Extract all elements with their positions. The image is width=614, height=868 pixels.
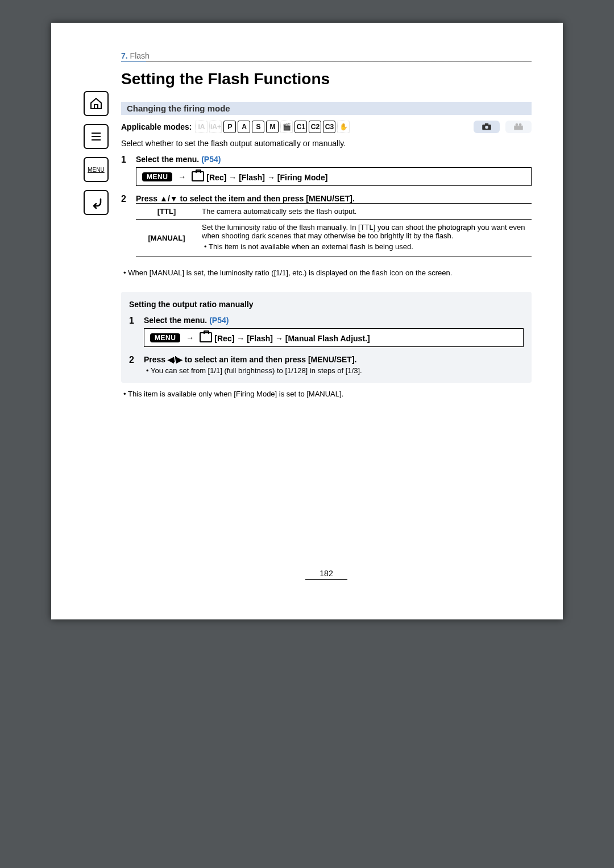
arrow-icon: → [186, 333, 194, 342]
applicable-modes-label: Applicable modes: [121, 122, 192, 131]
film-icon [513, 123, 524, 131]
menu-button-label: MENU [88, 167, 104, 173]
photo-pill [474, 121, 500, 133]
mode-box: S [252, 121, 264, 133]
mode-box: C2 [309, 121, 321, 133]
page-number: 182 [305, 569, 347, 580]
options-table: [TTL]The camera automatically sets the f… [136, 203, 532, 257]
svg-point-1 [485, 126, 488, 129]
mode-icons: iAiA+PASM🎬C1C2C3✋ [195, 121, 350, 133]
applicable-modes-row: Applicable modes: iAiA+PASM🎬C1C2C3✋ [121, 121, 532, 133]
option-note: This item is not available when an exter… [202, 242, 527, 251]
camera-icon [481, 123, 492, 131]
step-number: 2 [121, 193, 136, 266]
section2-footnote: This item is available only when [Firing… [121, 390, 532, 398]
section1-footnote: When [MANUAL] is set, the luminosity rat… [121, 268, 532, 277]
subsection-heading: Setting the output ratio manually [129, 300, 524, 309]
step2-note: You can set from [1/1] (full brightness)… [144, 366, 524, 375]
back-button[interactable] [84, 190, 109, 215]
mode-box: A [238, 121, 250, 133]
video-pill [505, 121, 532, 133]
option-name: [MANUAL] [136, 220, 197, 257]
arrow-icon: → [178, 172, 186, 181]
menu-path-text: [Rec] → [Flash] → [Manual Flash Adjust.] [200, 332, 370, 343]
step1-link[interactable]: (P54) [209, 316, 229, 325]
breadcrumb: 7. Flash [121, 51, 532, 60]
mode-box: P [223, 121, 236, 133]
menu-path-value: [Rec] → [Flash] → [Firing Mode] [206, 173, 327, 182]
svg-rect-3 [514, 126, 523, 130]
manual-page: MENU 7. Flash Setting the Flash Function… [51, 23, 563, 619]
page-content: 7. Flash Setting the Flash Functions Cha… [121, 51, 532, 580]
menu-badge: MENU [142, 172, 172, 181]
mode-box: M [266, 121, 279, 133]
option-name: [TTL] [136, 204, 197, 220]
page-number-wrap: 182 [121, 552, 532, 580]
page-title: Setting the Flash Functions [121, 70, 532, 88]
breadcrumb-chapter: 7. [121, 51, 128, 60]
step2-text: Press ◀/▶ to select an item and then pre… [144, 355, 356, 364]
svg-point-4 [516, 123, 518, 126]
step1-text: Select the menu. [136, 155, 201, 164]
subsection-output-ratio: Setting the output ratio manually 1 Sele… [121, 292, 532, 383]
list-icon [89, 130, 103, 143]
back-arrow-icon [89, 196, 103, 209]
breadcrumb-label: Flash [130, 51, 150, 60]
svg-rect-2 [485, 123, 488, 125]
step1-link[interactable]: (P54) [201, 155, 221, 164]
mode-box: C3 [323, 121, 335, 133]
toc-button[interactable] [84, 124, 109, 149]
menu-path-manual-adjust: MENU → [Rec] → [Flash] → [Manual Flash A… [144, 328, 524, 347]
recording-indicator-pills [474, 121, 532, 133]
nav-sidebar: MENU [82, 51, 110, 580]
home-icon [89, 97, 103, 110]
section1-intro: Select whether to set the flash output a… [121, 139, 532, 148]
step-number: 1 [129, 315, 144, 354]
divider [121, 61, 532, 62]
mode-box: ✋ [337, 121, 350, 133]
option-row: [TTL]The camera automatically sets the f… [136, 204, 532, 220]
mode-box: iA+ [209, 121, 222, 133]
menu-path-text: [Rec] → [Flash] → [Firing Mode] [192, 171, 327, 182]
menu-button[interactable]: MENU [84, 157, 109, 182]
menu-path-value: [Rec] → [Flash] → [Manual Flash Adjust.] [214, 334, 370, 343]
option-desc: The camera automatically sets the flash … [197, 204, 532, 220]
mode-box: 🎬 [280, 121, 293, 133]
step1-text: Select the menu. [144, 316, 209, 325]
rec-icon [200, 332, 212, 342]
section1-steps: 1 Select the menu. (P54) MENU → [Rec] → … [121, 154, 532, 266]
rec-icon [192, 171, 204, 181]
step-number: 2 [129, 354, 144, 378]
step-number: 1 [121, 154, 136, 193]
section-heading-firing-mode: Changing the firing mode [121, 102, 532, 115]
mode-box: iA [195, 121, 208, 133]
step2-text: Press ▲/▼ to select the item and then pr… [136, 194, 355, 203]
option-row: [MANUAL]Set the luminosity ratio of the … [136, 220, 532, 257]
section2-steps: 1 Select the menu. (P54) MENU → [Rec] → … [129, 315, 524, 378]
mode-box: C1 [294, 121, 307, 133]
menu-path-firing-mode: MENU → [Rec] → [Flash] → [Firing Mode] [136, 167, 532, 186]
svg-point-5 [519, 123, 522, 126]
menu-badge: MENU [150, 333, 180, 342]
option-desc: Set the luminosity ratio of the flash ma… [197, 220, 532, 257]
home-button[interactable] [84, 91, 109, 116]
